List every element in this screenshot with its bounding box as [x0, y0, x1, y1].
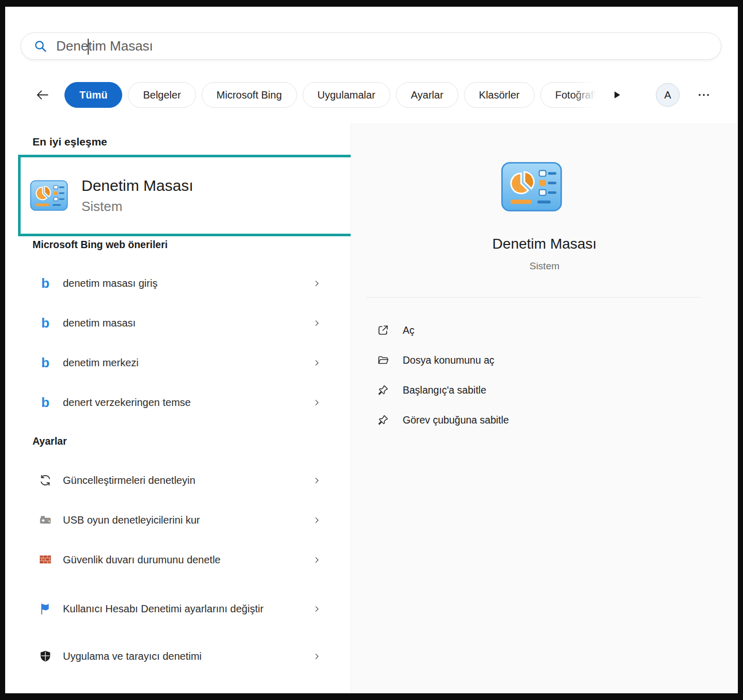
ellipsis-icon — [697, 88, 711, 102]
bing-icon: b — [38, 315, 53, 331]
back-arrow-icon — [35, 88, 49, 102]
control-panel-icon — [500, 161, 563, 213]
tab-belgeler[interactable]: Belgeler — [128, 82, 195, 108]
preview-subtitle: Sistem — [351, 261, 738, 272]
search-icon — [34, 39, 47, 53]
firewall-icon — [38, 552, 53, 567]
text-cursor — [88, 39, 89, 55]
bing-icon: b — [38, 275, 53, 291]
best-match-header: En iyi eşleşme — [32, 136, 107, 148]
action-label: Görev çubuğuna sabitle — [403, 414, 509, 426]
chevron-right-icon — [313, 477, 321, 484]
desktop-frame: Denetim Masası Tümü Belgeler Microsoft B… — [0, 0, 743, 700]
windows-search-window: Denetim Masası Tümü Belgeler Microsoft B… — [5, 7, 738, 693]
action-label: Dosya konumunu aç — [403, 354, 494, 366]
chevron-right-button[interactable] — [309, 513, 324, 527]
chevron-right-button[interactable] — [309, 649, 324, 663]
tab-fotograflar[interactable]: Fotoğraflar — [540, 82, 602, 108]
bing-suggestion-row[interactable]: b denetim masası giriş — [18, 268, 331, 299]
settings-result-row[interactable]: Kullanıcı Hesabı Denetimi ayarlarını değ… — [18, 587, 331, 630]
settings-result-row[interactable]: Güvenlik duvarı durumunu denetle — [18, 544, 331, 575]
pin-icon — [377, 414, 389, 426]
pin-icon — [377, 384, 389, 396]
action-open-file-location[interactable]: Dosya konumunu aç — [372, 345, 712, 375]
action-open[interactable]: Aç — [372, 315, 712, 345]
filter-tabs: Tümü Belgeler Microsoft Bing Uygulamalar… — [64, 81, 602, 109]
tab-uygulamalar[interactable]: Uygulamalar — [303, 82, 390, 108]
settings-label: Güncelleştirmeleri denetleyin — [63, 475, 195, 486]
preview-actions: Aç Dosya konumunu aç Başlangıç'a sabitle… — [372, 315, 712, 435]
chevron-right-button[interactable] — [309, 316, 324, 330]
open-icon — [377, 324, 389, 336]
settings-result-row[interactable]: Uygulama ve tarayıcı denetimi — [18, 641, 331, 672]
best-match-title: Denetim Masası — [81, 176, 193, 195]
search-input[interactable]: Denetim Masası — [56, 33, 153, 59]
usb-controller-icon — [38, 512, 53, 528]
settings-header: Ayarlar — [32, 435, 67, 447]
security-shield-icon — [38, 648, 53, 664]
chevron-right-icon — [313, 280, 321, 287]
chevron-right-icon — [313, 653, 321, 660]
chevron-right-button[interactable] — [309, 276, 324, 290]
chevron-right-icon — [313, 399, 321, 406]
settings-label: Uygulama ve tarayıcı denetimi — [63, 650, 202, 662]
action-label: Başlangıç'a sabitle — [403, 384, 486, 396]
bing-icon: b — [38, 395, 53, 410]
settings-result-row[interactable]: USB oyun denetleyicilerini kur — [18, 504, 331, 535]
tab-microsoft-bing[interactable]: Microsoft Bing — [202, 82, 297, 108]
action-label: Aç — [403, 324, 415, 336]
more-options-button[interactable] — [692, 86, 716, 104]
settings-label: Güvenlik duvarı durumunu denetle — [63, 554, 221, 566]
search-bar[interactable]: Denetim Masası — [21, 32, 721, 60]
best-match-subtitle: Sistem — [81, 198, 193, 215]
settings-label: USB oyun denetleyicilerini kur — [63, 514, 200, 526]
chevron-right-button[interactable] — [309, 355, 324, 370]
suggestion-label: denert verzekeringen temse — [63, 397, 191, 409]
preview-title: Denetim Masası — [351, 236, 738, 252]
tabs-scroll-right-button[interactable] — [607, 87, 626, 103]
bing-suggestion-row[interactable]: b denetim masası — [18, 307, 331, 338]
tab-ayarlar[interactable]: Ayarlar — [396, 82, 458, 108]
best-match-result[interactable]: Denetim Masası Sistem — [18, 155, 390, 236]
bing-suggestions-header: Microsoft Bing web önerileri — [32, 239, 168, 251]
chevron-right-icon — [313, 516, 321, 524]
account-avatar[interactable]: A — [656, 83, 680, 107]
settings-result-row[interactable]: Güncelleştirmeleri denetleyin — [18, 465, 331, 496]
bing-icon: b — [38, 355, 53, 370]
bing-suggestion-row[interactable]: b denert verzekeringen temse — [18, 387, 331, 418]
preview-panel: Denetim Masası Sistem Aç Dosya konumunu … — [351, 123, 738, 693]
uac-flag-icon — [38, 601, 53, 616]
settings-label: Kullanıcı Hesabı Denetimi ayarlarını değ… — [63, 602, 290, 616]
filter-toolbar: Tümü Belgeler Microsoft Bing Uygulamalar… — [5, 81, 738, 109]
chevron-right-icon — [313, 319, 321, 327]
chevron-right-icon — [313, 359, 321, 367]
play-icon — [612, 90, 622, 100]
chevron-right-button[interactable] — [309, 395, 324, 410]
chevron-right-button[interactable] — [309, 473, 324, 487]
action-pin-to-taskbar[interactable]: Görev çubuğuna sabitle — [372, 405, 712, 435]
folder-icon — [377, 354, 389, 366]
bing-suggestion-row[interactable]: b denetim merkezi — [18, 347, 331, 378]
chevron-right-button[interactable] — [309, 601, 324, 616]
search-query-text: Denetim Masası — [56, 38, 153, 54]
divider — [366, 297, 701, 298]
suggestion-label: denetim masası giriş — [63, 278, 157, 289]
search-results-area: En iyi eşleşme Denetim Masası Sistem Mic… — [5, 123, 738, 693]
control-panel-icon — [30, 180, 68, 211]
refresh-icon — [38, 473, 53, 488]
tab-klasorler[interactable]: Klasörler — [464, 82, 535, 108]
chevron-right-icon — [313, 605, 321, 613]
best-match-text: Denetim Masası Sistem — [81, 176, 193, 215]
back-button[interactable] — [32, 86, 53, 104]
chevron-right-icon — [313, 556, 321, 564]
action-pin-to-start[interactable]: Başlangıç'a sabitle — [372, 375, 712, 405]
tab-tumu[interactable]: Tümü — [64, 82, 122, 108]
chevron-right-button[interactable] — [309, 552, 324, 567]
suggestion-label: denetim masası — [63, 317, 136, 329]
suggestion-label: denetim merkezi — [63, 357, 139, 369]
